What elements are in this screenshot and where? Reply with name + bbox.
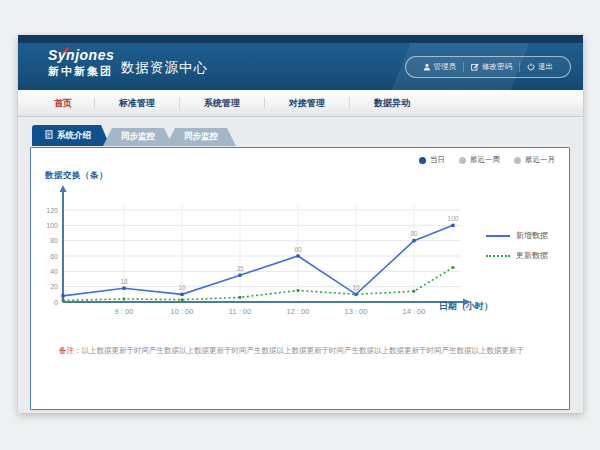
nav-item-3[interactable]: 系统管理 — [180, 97, 264, 110]
data-point-label: 18 — [120, 278, 128, 285]
desktop-background: Synjones 新中新集团 数据资源中心 管理员修改密码退出 首页标准管理系统… — [0, 0, 600, 450]
data-point-marker — [122, 287, 125, 290]
data-point-marker — [180, 293, 183, 296]
user-icon — [423, 63, 431, 71]
footnote: 备注：以上数据更新于时间产生数据以上数据更新于时间产生数据以上数据更新于时间产生… — [59, 346, 554, 357]
data-point-marker — [412, 239, 415, 242]
y-axis-arrow-icon — [60, 185, 67, 192]
nav-item-1[interactable]: 首页 — [32, 97, 94, 110]
data-point-label: 10 — [352, 284, 360, 291]
y-tick-label: 40 — [50, 268, 58, 275]
data-point-marker — [452, 266, 455, 269]
logout-icon — [527, 63, 535, 71]
data-point-marker — [62, 299, 65, 302]
footnote-prefix: 备注： — [59, 346, 82, 355]
tab-bar: 系统介绍同步监控同步监控 — [32, 125, 236, 146]
logo-wordmark: Synjones — [48, 47, 114, 63]
data-point-label: 80 — [410, 230, 418, 237]
data-point-marker — [296, 254, 299, 257]
legend-item-2[interactable]: 更新数据 — [486, 250, 548, 261]
legend-line-sample-icon — [486, 235, 510, 237]
y-tick-label: 100 — [46, 222, 58, 229]
legend-item-1[interactable]: 新增数据 — [486, 230, 548, 241]
data-point-marker — [451, 224, 454, 227]
footnote-text: 以上数据更新于时间产生数据以上数据更新于时间产生数据以上数据更新于时间产生数据以… — [82, 346, 525, 355]
filter-label: 当日 — [430, 155, 445, 165]
data-point-label: 35 — [236, 265, 244, 272]
tab-label: 同步监控 — [121, 131, 155, 143]
data-point-marker — [61, 294, 64, 297]
data-point-marker — [239, 296, 242, 299]
user-action-label: 修改密码 — [482, 62, 512, 72]
range-filter-group: 当日最近一周最近一月 — [419, 155, 555, 165]
data-point-marker — [123, 298, 126, 301]
y-tick-label: 20 — [50, 283, 58, 290]
tab-3[interactable]: 同步监控 — [166, 128, 236, 146]
header-top-strip — [18, 35, 583, 43]
line-chart: 0204060801001209 : 0010 : 0011 : 0012 : … — [41, 183, 481, 323]
user-action-edit[interactable]: 修改密码 — [463, 62, 519, 72]
header-band: Synjones 新中新集团 数据资源中心 管理员修改密码退出 — [18, 43, 583, 90]
logo-subtext: 新中新集团 — [48, 65, 114, 77]
content-panel: 当日最近一周最近一月 数据交换（条） 0204060801001209 : 00… — [30, 147, 570, 410]
y-tick-label: 60 — [50, 253, 58, 260]
tab-label: 同步监控 — [184, 131, 218, 143]
legend-label: 新增数据 — [516, 230, 548, 241]
nav-item-4[interactable]: 对接管理 — [265, 97, 349, 110]
app-window: Synjones 新中新集团 数据资源中心 管理员修改密码退出 首页标准管理系统… — [18, 35, 583, 413]
radio-dot-icon — [419, 157, 426, 164]
x-tick-label: 12 : 00 — [287, 307, 310, 316]
user-toolbar: 管理员修改密码退出 — [405, 56, 572, 78]
range-filter-1[interactable]: 当日 — [419, 155, 445, 165]
y-tick-label: 0 — [54, 299, 58, 306]
data-point-label: 60 — [294, 246, 302, 253]
user-action-logout[interactable]: 退出 — [519, 62, 560, 72]
main-nav: 首页标准管理系统管理对接管理数据异动 — [18, 90, 583, 117]
x-tick-label: 9 : 00 — [115, 307, 134, 316]
edit-icon — [471, 63, 479, 71]
radio-dot-icon — [459, 157, 466, 164]
radio-dot-icon — [514, 157, 521, 164]
data-point-marker — [355, 293, 358, 296]
x-tick-label: 11 : 00 — [229, 307, 251, 316]
app-header: Synjones 新中新集团 数据资源中心 管理员修改密码退出 — [18, 35, 583, 90]
chart-legend: 新增数据更新数据 — [486, 230, 548, 261]
data-point-marker — [297, 289, 300, 292]
data-point-marker — [181, 298, 184, 301]
data-point-marker — [238, 274, 241, 277]
x-tick-label: 13 : 00 — [345, 307, 368, 316]
x-axis-title: 日期（小时） — [439, 300, 493, 313]
y-tick-label: 120 — [46, 207, 58, 214]
legend-line-sample-icon — [486, 255, 510, 257]
tab-label: 系统介绍 — [57, 130, 91, 142]
doc-icon — [45, 130, 53, 141]
range-filter-3[interactable]: 最近一月 — [514, 155, 555, 165]
chart-canvas: 0204060801001209 : 0010 : 0011 : 0012 : … — [41, 183, 481, 323]
y-axis-title: 数据交换（条） — [45, 170, 108, 182]
data-point-label: 10 — [178, 284, 186, 291]
tab-2[interactable]: 同步监控 — [103, 128, 173, 146]
nav-item-5[interactable]: 数据异动 — [350, 97, 434, 110]
brand-logo: Synjones 新中新集团 — [48, 48, 114, 77]
tab-1[interactable]: 系统介绍 — [32, 125, 110, 146]
data-point-label: 100 — [448, 215, 459, 222]
content-area: 系统介绍同步监控同步监控 当日最近一周最近一月 数据交换（条） 02040608… — [18, 117, 583, 413]
filter-label: 最近一周 — [470, 155, 500, 165]
user-action-label: 退出 — [538, 62, 553, 72]
legend-label: 更新数据 — [516, 250, 548, 261]
y-tick-label: 80 — [50, 237, 58, 244]
series-line-1 — [63, 225, 453, 296]
page-title: 数据资源中心 — [121, 59, 208, 77]
nav-item-2[interactable]: 标准管理 — [95, 97, 179, 110]
range-filter-2[interactable]: 最近一周 — [459, 155, 500, 165]
logo-text: Synjones — [48, 48, 114, 63]
filter-label: 最近一月 — [525, 155, 555, 165]
data-point-marker — [413, 290, 416, 293]
x-tick-label: 14 : 00 — [403, 307, 426, 316]
user-action-user[interactable]: 管理员 — [416, 62, 464, 72]
x-tick-label: 10 : 00 — [171, 307, 194, 316]
user-action-label: 管理员 — [434, 62, 457, 72]
